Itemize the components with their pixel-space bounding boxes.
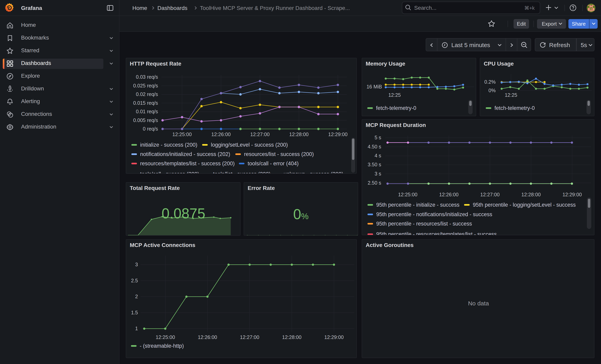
svg-text:12:25:00: 12:25:00 <box>156 334 175 340</box>
svg-text:16 MiB: 16 MiB <box>367 84 382 89</box>
svg-text:12:28:00: 12:28:00 <box>289 132 309 137</box>
svg-text:12:25: 12:25 <box>505 92 517 98</box>
svg-text:3.50 s: 3.50 s <box>368 162 381 167</box>
svg-text:12:28:00: 12:28:00 <box>521 192 541 197</box>
svg-text:5 s: 5 s <box>375 135 381 140</box>
svg-text:12:25: 12:25 <box>388 92 401 98</box>
svg-text:3: 3 <box>135 262 138 267</box>
svg-text:12:26:00: 12:26:00 <box>198 334 217 340</box>
svg-text:0.0875: 0.0875 <box>161 206 205 221</box>
svg-text:0%: 0% <box>489 88 496 93</box>
svg-text:12:26:00: 12:26:00 <box>439 192 459 197</box>
svg-text:0%: 0% <box>293 206 309 222</box>
svg-text:1: 1 <box>135 326 138 331</box>
svg-text:12:27:00: 12:27:00 <box>250 132 270 137</box>
svg-text:0.01 req/s: 0.01 req/s <box>136 109 158 114</box>
svg-text:0.03 req/s: 0.03 req/s <box>136 74 158 80</box>
svg-text:12:27:00: 12:27:00 <box>240 334 259 340</box>
svg-text:0.02 req/s: 0.02 req/s <box>136 91 158 97</box>
svg-text:4 s: 4 s <box>375 153 381 158</box>
svg-text:12:27:00: 12:27:00 <box>480 192 500 197</box>
svg-text:4.50 s: 4.50 s <box>368 144 381 149</box>
svg-text:2.50 s: 2.50 s <box>368 180 381 186</box>
svg-text:12:29:00: 12:29:00 <box>324 334 344 340</box>
svg-text:0.015 req/s: 0.015 req/s <box>133 100 158 106</box>
svg-text:12:28:00: 12:28:00 <box>282 334 301 340</box>
svg-text:0.005 req/s: 0.005 req/s <box>133 118 158 123</box>
svg-text:2: 2 <box>135 294 138 299</box>
svg-text:2.5: 2.5 <box>131 278 138 283</box>
svg-text:12:29:00: 12:29:00 <box>328 132 347 137</box>
svg-text:12:25:00: 12:25:00 <box>398 192 417 197</box>
svg-text:12:25:00: 12:25:00 <box>172 132 191 137</box>
svg-text:0.025 req/s: 0.025 req/s <box>133 83 158 89</box>
svg-text:1.5: 1.5 <box>131 310 138 315</box>
svg-text:12:29:00: 12:29:00 <box>562 192 582 197</box>
svg-text:0.2%: 0.2% <box>484 79 496 85</box>
svg-text:3 s: 3 s <box>375 171 381 177</box>
svg-text:0 req/s: 0 req/s <box>143 126 158 132</box>
svg-text:12:26:00: 12:26:00 <box>211 132 230 137</box>
